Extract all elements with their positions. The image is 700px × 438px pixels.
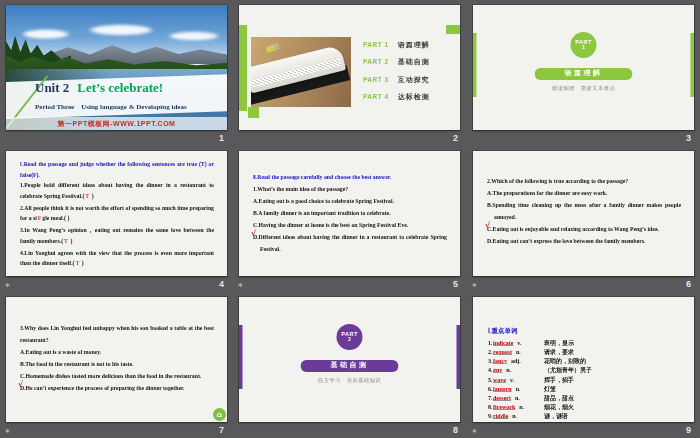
part-word: PART bbox=[571, 32, 597, 45]
slide-number: 8 bbox=[453, 425, 458, 435]
slide-number: 7 bbox=[219, 425, 224, 435]
slide-number: 2 bbox=[453, 133, 458, 143]
vocab-row: 2.requestn.请求，要求 bbox=[488, 347, 681, 356]
slide-number: 4 bbox=[219, 279, 224, 289]
vocab-meaning: （尤指青年）男子 bbox=[544, 366, 592, 375]
section-title-pill: 基础自测 bbox=[301, 360, 399, 372]
tf-item-4: 4.Liu Yonghui agrees with the view that … bbox=[20, 248, 214, 269]
watermark-text: 第一PPT模板网-WWW.1PPT.COM bbox=[58, 119, 176, 128]
tf-item-1: 1.People hold different ideas about havi… bbox=[20, 180, 214, 201]
part-circle: PART 2 bbox=[337, 324, 363, 350]
part-title: 基础自测 bbox=[398, 58, 430, 67]
vocab-row: 7.dessertn.甜品，甜点 bbox=[488, 393, 681, 402]
slide-6-choice-q2: 2.Which of the following is true accordi… bbox=[473, 151, 694, 276]
vocab-word: request bbox=[493, 348, 512, 355]
vocab-meaning: 灯笼 bbox=[544, 384, 556, 393]
contents-item: PART 3 互动探究 bbox=[363, 75, 430, 84]
check-icon: √ bbox=[18, 380, 23, 389]
section-title-pill: 语篇理解 bbox=[535, 68, 633, 80]
slide-number: 6 bbox=[686, 279, 691, 289]
vocab-word: lantern bbox=[493, 385, 512, 392]
contents-item: PART 2 基础自测 bbox=[363, 58, 430, 67]
slide-2-contents: PART 1 语篇理解 PART 2 基础自测 PART 3 互动探究 PART… bbox=[239, 5, 460, 130]
animation-indicator-icon: ✶ bbox=[4, 281, 11, 290]
vocab-row: 3.fancyadj.花哨的，别致的 bbox=[488, 356, 681, 365]
slide-9-key-words: Ⅰ.重点单词 1.indicatev.表明，显示 2.requestn.请求，要… bbox=[473, 297, 694, 422]
slide-thumbnail-1[interactable]: Unit 2 Let’s celebrate! Period Three Usi… bbox=[0, 0, 233, 146]
tf-item-3: 3.In Wang Peng’s opinion，eating out rema… bbox=[20, 225, 214, 246]
slide-number: 1 bbox=[219, 133, 224, 143]
vocab-row: 9.riddlen.谜，谜语 bbox=[488, 412, 681, 421]
tf-item-2: 2.All people think it is not worth the e… bbox=[20, 203, 214, 224]
vocab-word: indicate bbox=[493, 339, 513, 346]
option-b: B.A family dinner is an important tradit… bbox=[253, 207, 447, 219]
vocab-meaning: 花哨的，别致的 bbox=[544, 356, 586, 365]
eraser bbox=[265, 43, 279, 53]
option-c: C.Having the dinner at home is the best … bbox=[253, 219, 447, 231]
period-subtitle: Period Three Using language & Developing… bbox=[35, 103, 187, 111]
slide-4-true-false: Ⅰ.Read the passage and judge whether the… bbox=[6, 151, 227, 276]
home-button[interactable]: ⌂ bbox=[213, 408, 226, 421]
vocab-word: wave bbox=[493, 376, 506, 383]
question: 2.Which of the following is true accordi… bbox=[487, 175, 681, 187]
lesson-title: Let’s celebrate! bbox=[77, 80, 163, 95]
slide-thumbnail-6[interactable]: 2.Which of the following is true accordi… bbox=[467, 146, 700, 292]
part-number: 2 bbox=[337, 337, 363, 343]
question: 1.What’s the main idea of the passage? bbox=[253, 183, 447, 195]
part-circle: PART 1 bbox=[571, 32, 597, 58]
title-line: Unit 2 Let’s celebrate! bbox=[35, 80, 163, 95]
exercise-heading: Ⅱ.Read the passage carefully and choose … bbox=[253, 171, 447, 183]
part-title: 互动探究 bbox=[398, 75, 430, 84]
option-a: A.Eating out is a waste of money. bbox=[20, 346, 214, 358]
slide-thumbnail-8[interactable]: PART 2 基础自测 自主学习 夯实基础知识 8 bbox=[233, 292, 467, 438]
option-b: B.The food in the restaurant is not to h… bbox=[20, 358, 214, 370]
slide-thumbnail-7[interactable]: 3.Why does Liu Yonghui feel unhappy when… bbox=[0, 292, 233, 438]
vocab-word: riddle bbox=[493, 413, 508, 420]
home-icon: ⌂ bbox=[217, 410, 222, 419]
slide-thumbnail-3[interactable]: PART 1 语篇理解 精读细研 突破文本难点 3 bbox=[467, 0, 700, 146]
vocab-word: dessert bbox=[493, 394, 511, 401]
option-d: D.Eating out can’t express the love betw… bbox=[487, 235, 681, 247]
option-a: A.Eating out is a good choice to celebra… bbox=[253, 195, 447, 207]
unit-label: Unit 2 bbox=[35, 80, 69, 95]
option-b: B.Spending time cleaning up the mess aft… bbox=[487, 199, 681, 223]
exercise-heading: Ⅰ.Read the passage and judge whether the… bbox=[20, 159, 214, 180]
part-label: PART 3 bbox=[363, 76, 389, 84]
part-number: 1 bbox=[571, 45, 597, 51]
slide-number: 9 bbox=[686, 425, 691, 435]
vocab-row: 1.indicatev.表明，显示 bbox=[488, 338, 681, 347]
book-photo bbox=[251, 37, 351, 107]
green-square bbox=[248, 107, 259, 118]
vocab-row: 6.lanternn.灯笼 bbox=[488, 384, 681, 393]
option-c: √C.Eating out is enjoyable and relaxing … bbox=[487, 223, 681, 235]
contents-item: PART 4 达标检测 bbox=[363, 93, 430, 102]
slide-thumbnail-2[interactable]: PART 1 语篇理解 PART 2 基础自测 PART 3 互动探究 PART… bbox=[233, 0, 467, 146]
animation-indicator-icon: ✶ bbox=[4, 427, 11, 436]
vocab-word: fancy bbox=[493, 357, 507, 364]
slide-thumbnail-9[interactable]: Ⅰ.重点单词 1.indicatev.表明，显示 2.requestn.请求，要… bbox=[467, 292, 700, 438]
contents-item: PART 1 语篇理解 bbox=[363, 40, 430, 49]
check-icon: √ bbox=[485, 221, 490, 230]
animation-indicator-icon: ✶ bbox=[237, 281, 244, 290]
slide-thumbnail-4[interactable]: Ⅰ.Read the passage and judge whether the… bbox=[0, 146, 233, 292]
slide-number: 5 bbox=[453, 279, 458, 289]
vocab-meaning: 谜，谜语 bbox=[544, 412, 568, 421]
slide-sorter-grid: Unit 2 Let’s celebrate! Period Three Usi… bbox=[0, 0, 700, 438]
section-subtitle: 精读细研 突破文本难点 bbox=[473, 85, 694, 92]
option-d: √D.He can’t experience the process of pr… bbox=[20, 382, 214, 394]
vocab-word: guy bbox=[493, 367, 502, 374]
vocab-meaning: 烟花，烟火 bbox=[544, 402, 574, 411]
part-label: PART 4 bbox=[363, 93, 389, 101]
check-icon: √ bbox=[251, 229, 256, 238]
slide-7-choice-q3: 3.Why does Liu Yonghui feel unhappy when… bbox=[6, 297, 227, 422]
vocab-row: 5.wavev.挥手，招手 bbox=[488, 375, 681, 384]
animation-indicator-icon: ✶ bbox=[471, 427, 478, 436]
vocab-row: 8.fireworkn.烟花，烟火 bbox=[488, 402, 681, 411]
option-c: C.Homemade dishes tasted more delicious … bbox=[20, 370, 214, 382]
part-title: 达标检测 bbox=[398, 93, 430, 102]
vocab-meaning: 挥手，招手 bbox=[544, 375, 574, 384]
slide-thumbnail-5[interactable]: Ⅱ.Read the passage carefully and choose … bbox=[233, 146, 467, 292]
slide-number: 3 bbox=[686, 133, 691, 143]
vocab-heading: Ⅰ.重点单词 bbox=[488, 326, 681, 335]
slide-3-section-part1: PART 1 语篇理解 精读细研 突破文本难点 bbox=[473, 5, 694, 130]
